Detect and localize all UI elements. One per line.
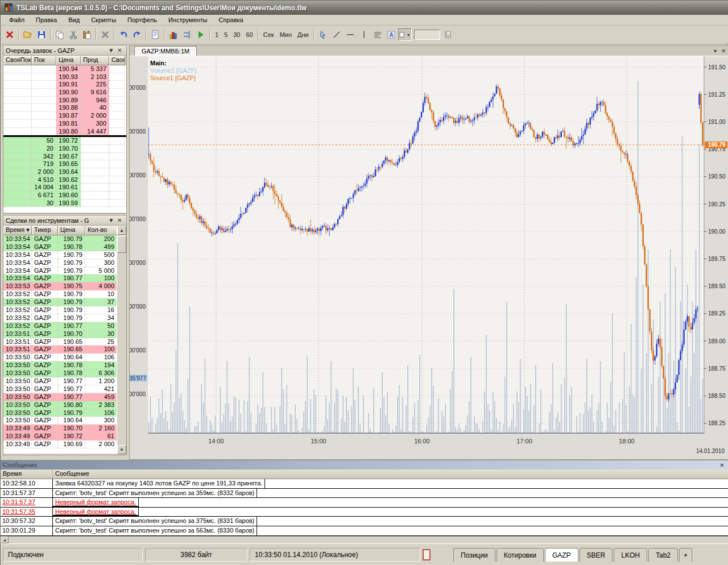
table-row[interactable]: 20190.70 (3, 145, 126, 153)
undo-button[interactable] (117, 28, 130, 41)
chevron-down-icon[interactable]: ▾ (711, 47, 719, 55)
table-row[interactable]: 10:33:51GAZP190.6525 (3, 338, 117, 346)
table-row[interactable]: 4 510190.62 (3, 176, 126, 184)
message-row[interactable]: 10:32:58.10Заявка 64320327 на покупку 14… (1, 479, 728, 489)
table-row[interactable]: 10:33:50GAZP190.78194 (3, 362, 117, 369)
table-row[interactable]: 190.872 000 (3, 112, 126, 120)
workspace-tab-Позиции[interactable]: Позиции (453, 548, 495, 562)
table-row[interactable]: 10:33:50GAZP190.77459 (3, 393, 117, 401)
window-titlebar[interactable]: TSLab Beta (версия 1.0.5.0) - C:\Documen… (1, 1, 728, 15)
trades-col-2[interactable]: Цена (58, 226, 85, 235)
table-row[interactable]: 190.8840 (3, 104, 126, 112)
run-button[interactable] (194, 28, 208, 41)
candlestick-chart[interactable]: 14:0015:0016:0017:0018:00191.50191.25191… (130, 56, 728, 459)
close-icon[interactable]: ✕ (115, 217, 124, 225)
scroll-up-icon[interactable]: ▲ (117, 226, 126, 235)
interval-1[interactable]: 1 (212, 30, 221, 40)
script-button[interactable] (148, 28, 162, 41)
order-book-col-3[interactable]: Прод (81, 56, 109, 65)
pin-icon[interactable]: ▼ (107, 47, 115, 55)
message-row[interactable]: 10:31:57.35Неверный формат запроса. (1, 508, 728, 517)
message-row[interactable]: 10:31:57.37Скрипт: 'botv_test' Скрипт вы… (1, 489, 728, 498)
message-row[interactable]: 10:30:57.32Скрипт: 'botv_test' Скрипт вы… (1, 517, 728, 526)
chart-tab-gazp[interactable]: GAZP:ММВБ:1М (134, 46, 197, 56)
table-row[interactable]: 190.91225 (3, 81, 126, 89)
table-row[interactable]: 14 004190.61 (3, 184, 126, 192)
trades-col-1[interactable]: Тикер (32, 226, 58, 235)
messages-titlebar[interactable]: Сообщения ✕ (1, 460, 728, 470)
table-row[interactable]: 190.8014 447 (3, 128, 126, 136)
table-row[interactable]: 342190.67 (3, 153, 126, 161)
text-tool-button[interactable]: A (384, 28, 398, 41)
table-row[interactable]: 190.909 616 (3, 89, 126, 97)
menu-item-6[interactable]: Справка (214, 15, 249, 24)
close-icon[interactable]: ✕ (719, 47, 728, 55)
table-row[interactable]: 2 000190.64 (3, 168, 126, 176)
vline-tool-button[interactable] (357, 28, 371, 41)
save-button[interactable] (35, 28, 48, 41)
table-row[interactable]: 10:33:50GAZP190.786 306 (3, 369, 117, 377)
fibo-tool-button[interactable] (371, 28, 384, 41)
menu-item-2[interactable]: Вид (63, 15, 85, 24)
table-row[interactable]: 10:33:54GAZP190.79500 (3, 251, 117, 259)
order-book-col-1[interactable]: Пок (32, 56, 56, 65)
menu-item-5[interactable]: Инструменты (163, 15, 213, 24)
workspace-tab-Tab2[interactable]: Tab2 (648, 548, 678, 562)
interval-5[interactable]: 5 (221, 30, 230, 40)
workspace-tab-LKOH[interactable]: LKOH (614, 548, 647, 562)
order-book-col-4[interactable]: СвояПрод (109, 56, 125, 65)
delete-button[interactable] (98, 28, 112, 41)
table-row[interactable]: 10:33:49GAZP190.692 000 (3, 441, 117, 448)
redo-button[interactable] (130, 28, 144, 41)
table-row[interactable]: 10:33:54GAZP190.78499 (3, 243, 117, 251)
chevron-down-icon[interactable]: ▼ (107, 217, 115, 225)
table-row[interactable]: 6 671190.60 (3, 192, 126, 200)
cut-button[interactable] (67, 28, 80, 41)
table-row[interactable]: 10:33:53GAZP190.754 000 (3, 282, 117, 290)
order-book-col-0[interactable]: СвояПок (3, 56, 32, 65)
table-row[interactable]: 190.81300 (3, 120, 126, 128)
menu-item-3[interactable]: Скрипты (86, 15, 121, 24)
table-row[interactable]: 10:33:52GAZP190.7910 (3, 290, 117, 298)
table-row[interactable]: 10:33:50GAZP190.79106 (3, 409, 117, 417)
message-row[interactable]: 10:31:57.37Неверный формат запроса. (1, 498, 728, 508)
interval-60[interactable]: 60 (243, 30, 256, 40)
table-row[interactable]: 10:33:52GAZP190.7934 (3, 314, 117, 322)
order-book-titlebar[interactable]: Очередь заявок - GAZP ▼ ✕ (3, 45, 126, 56)
trades-titlebar[interactable]: Сделки по инструментам - G ▼ ✕ (3, 215, 126, 226)
table-row[interactable]: 10:33:50GAZP190.64300 (3, 417, 117, 425)
table-row[interactable]: 10:33:50GAZP190.77421 (3, 385, 117, 393)
scroll-down-icon[interactable]: ▼ (117, 445, 126, 454)
optimization-button[interactable] (180, 28, 194, 41)
unit-Дни[interactable]: Дни (295, 30, 312, 40)
close-icon[interactable]: ✕ (718, 461, 726, 469)
message-row[interactable]: 10:30:01.29Скрипт: 'botv_test' Скрипт вы… (1, 526, 728, 536)
trendline-tool-button[interactable] (330, 28, 344, 41)
trades-scrollbar[interactable]: ▲ ▼ (117, 226, 126, 454)
table-row[interactable]: 10:33:50GAZP190.64106 (3, 354, 117, 362)
chart-button[interactable] (167, 28, 180, 41)
table-row[interactable]: 190.89946 (3, 97, 126, 105)
unit-Сек[interactable]: Сек (260, 30, 277, 40)
scroll-left-icon[interactable]: ◄ (1, 537, 9, 543)
open-button[interactable] (21, 28, 35, 41)
table-row[interactable]: 10:33:50GAZP190.771 200 (3, 377, 117, 385)
table-row[interactable]: 10:33:52GAZP190.7937 (3, 298, 117, 306)
cancel-orders-button[interactable] (3, 28, 16, 41)
table-row[interactable]: 719190.65 (3, 160, 126, 168)
table-row[interactable]: 10:33:54GAZP190.79300 (3, 259, 117, 267)
order-book-col-2[interactable]: Цена (56, 56, 81, 65)
menu-item-0[interactable]: Файл (4, 15, 30, 24)
workspace-tab-GAZP[interactable]: GAZP (545, 548, 578, 562)
paste-button[interactable] (80, 28, 94, 41)
tool-dropdown[interactable]: ▼ (398, 28, 412, 41)
table-row[interactable]: 190.932 103 (3, 73, 126, 81)
table-row[interactable]: 10:33:51GAZP190.65100 (3, 346, 117, 354)
scrollbar-thumb[interactable] (117, 236, 126, 253)
table-row[interactable]: 10:33:52GAZP190.7916 (3, 306, 117, 314)
table-row[interactable]: 10:33:49GAZP190.7261 (3, 433, 117, 441)
copy-button[interactable] (53, 28, 67, 41)
hline-tool-button[interactable] (344, 28, 357, 41)
table-row[interactable]: 30190.59 (3, 200, 126, 207)
table-row[interactable]: 190.945 337 (3, 65, 126, 73)
